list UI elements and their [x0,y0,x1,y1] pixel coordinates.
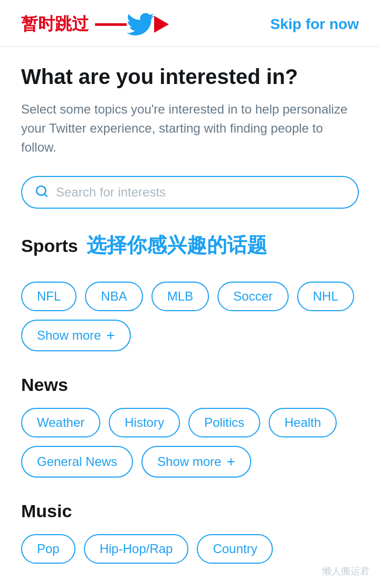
watermark: 懒人搬运君 [322,565,369,577]
music-section-title: Music [21,501,359,521]
news-show-more-button[interactable]: Show more + [141,446,251,478]
chip-nhl[interactable]: NHL [297,282,354,311]
chip-soccer[interactable]: Soccer [217,282,289,311]
news-chips-row2: General News Show more + [21,446,359,478]
svg-line-1 [44,194,47,197]
sports-section-title: Sports [21,236,78,256]
header: 暂时跳过 Skip for now [0,0,380,47]
chinese-topic-label: 选择你感兴趣的话题 [87,232,267,259]
header-left: 暂时跳过 [21,11,169,38]
arrow-head [154,16,169,33]
sports-chips-row: NFL NBA MLB Soccer NHL [21,282,359,311]
chip-history[interactable]: History [109,408,180,437]
chip-nba[interactable]: NBA [85,282,142,311]
chip-nfl[interactable]: NFL [21,282,77,311]
arrow-decoration [95,11,169,38]
news-section-title: News [21,375,359,395]
chip-politics[interactable]: Politics [188,408,260,437]
main-content: What are you interested in? Select some … [0,47,380,588]
search-container[interactable] [21,176,359,209]
search-icon [35,184,49,200]
sports-chips-row2: Show more + [21,320,359,351]
chip-health[interactable]: Health [269,408,337,437]
chip-pop[interactable]: Pop [21,534,75,564]
chip-mlb[interactable]: MLB [151,282,209,311]
sports-show-more-button[interactable]: Show more + [21,320,131,351]
chip-weather[interactable]: Weather [21,408,100,437]
page-title: What are you interested in? [21,64,359,89]
section-news: News Weather History Politics Health Gen… [21,375,359,478]
music-chips-row: Pop Hip-Hop/Rap Country [21,534,359,564]
chip-hiphop-rap[interactable]: Hip-Hop/Rap [84,534,189,564]
chinese-skip-label: 暂时跳过 [21,13,89,36]
plus-icon: + [106,328,115,343]
chip-general-news[interactable]: General News [21,446,133,478]
chip-country[interactable]: Country [197,534,273,564]
show-more-label-news: Show more [157,454,221,469]
twitter-logo [127,11,154,38]
show-more-label: Show more [37,328,101,343]
page-subtitle: Select some topics you're interested in … [21,100,359,157]
section-sports: Sports 选择你感兴趣的话题 NFL NBA MLB Soccer NHL … [21,232,359,351]
plus-icon-news: + [226,454,235,469]
arrow-line [95,23,127,26]
search-input[interactable] [56,185,345,200]
news-chips-row: Weather History Politics Health [21,408,359,437]
section-music: Music Pop Hip-Hop/Rap Country [21,501,359,564]
skip-for-now-link[interactable]: Skip for now [270,16,359,33]
